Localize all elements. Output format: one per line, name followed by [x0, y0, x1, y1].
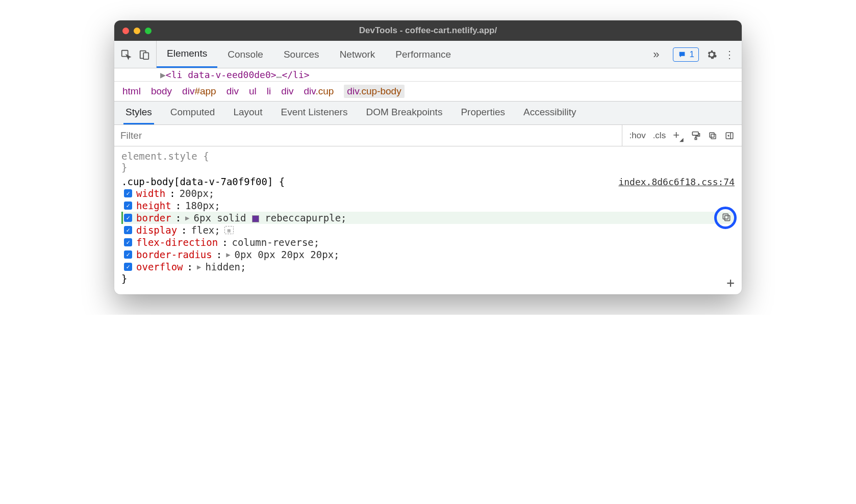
tab-performance[interactable]: Performance — [385, 41, 461, 68]
main-tabs: Elements Console Sources Network Perform… — [157, 41, 461, 68]
brace-close: } — [121, 273, 735, 284]
value[interactable]: 200px; — [180, 188, 215, 199]
expand-icon[interactable]: ▶ — [185, 214, 189, 222]
property[interactable]: border — [136, 212, 171, 223]
inspect-icon[interactable] — [120, 49, 132, 60]
chat-icon — [677, 51, 687, 59]
css-declaration[interactable]: ✓border:▶6px solid rebeccapurple; — [121, 212, 735, 224]
enable-checkbox[interactable]: ✓ — [124, 214, 132, 222]
selector[interactable]: .cup-body[data-v-7a0f9f00] { — [121, 176, 285, 187]
value[interactable]: column-reverse; — [232, 237, 320, 248]
breadcrumb: htmlbodydiv#appdivullidivdiv.cupdiv.cup-… — [114, 82, 742, 102]
styles-pane: element.style { } .cup-body[data-v-7a0f9… — [114, 146, 742, 294]
hov-toggle[interactable]: :hov — [630, 131, 646, 141]
selector: element.style { — [121, 150, 735, 162]
subtab-layout[interactable]: Layout — [231, 102, 264, 124]
add-declaration-icon[interactable]: + — [726, 275, 735, 290]
breadcrumb-item[interactable]: div — [226, 86, 239, 97]
breadcrumb-item[interactable]: div.cup — [304, 86, 334, 97]
property[interactable]: flex-direction — [136, 237, 218, 248]
value[interactable]: 6px solid rebeccapurple; — [194, 212, 347, 223]
value[interactable]: flex; — [191, 224, 220, 236]
enable-checkbox[interactable]: ✓ — [124, 201, 132, 210]
svg-rect-7 — [726, 133, 733, 139]
svg-rect-3 — [692, 132, 698, 135]
maximize-icon[interactable] — [145, 28, 152, 34]
css-declaration[interactable]: ✓height:180px; — [121, 199, 735, 212]
css-declaration[interactable]: ✓width:200px; — [121, 187, 735, 199]
breadcrumb-item[interactable]: html — [122, 86, 141, 97]
css-declaration[interactable]: ✓display:flex;▦ — [121, 224, 735, 236]
tab-sources[interactable]: Sources — [273, 41, 330, 68]
filter-input[interactable] — [114, 125, 622, 146]
breadcrumb-item[interactable]: body — [151, 86, 172, 97]
property[interactable]: height — [136, 200, 171, 211]
toolbar-right: » 1 ⋮ — [647, 47, 742, 62]
subtab-event-listeners[interactable]: Event Listeners — [279, 102, 349, 124]
dom-tree-row[interactable]: ▶<li data-v-eed00de0>…</li> — [114, 68, 742, 82]
more-tabs-icon[interactable]: » — [647, 48, 665, 61]
copy-icon[interactable] — [708, 131, 717, 140]
device-toggle-icon[interactable] — [139, 49, 150, 60]
main-toolbar: Elements Console Sources Network Perform… — [114, 41, 742, 68]
expand-icon[interactable]: ▶ — [197, 263, 201, 271]
gear-icon[interactable] — [706, 49, 717, 60]
css-declaration[interactable]: ✓border-radius:▶0px 0px 20px 20px; — [121, 248, 735, 261]
styles-subtabs: StylesComputedLayoutEvent ListenersDOM B… — [114, 102, 742, 125]
filter-row: :hov .cls +◢ — [114, 125, 742, 146]
subtab-computed[interactable]: Computed — [168, 102, 217, 124]
css-declaration[interactable]: ✓flex-direction:column-reverse; — [121, 236, 735, 248]
brace-close: } — [121, 162, 735, 173]
badge-count: 1 — [690, 49, 694, 60]
breadcrumb-item[interactable]: ul — [249, 86, 257, 97]
tab-elements[interactable]: Elements — [157, 41, 217, 68]
devtools-window: DevTools - coffee-cart.netlify.app/ Elem… — [114, 20, 742, 294]
property[interactable]: border-radius — [136, 249, 212, 260]
value[interactable]: 0px 0px 20px 20px; — [235, 249, 340, 260]
subtab-dom-breakpoints[interactable]: DOM Breakpoints — [364, 102, 444, 124]
color-swatch[interactable] — [252, 215, 259, 222]
paint-icon[interactable] — [691, 131, 701, 141]
sidebar-toggle-icon[interactable] — [724, 131, 735, 140]
kebab-icon[interactable]: ⋮ — [724, 48, 735, 61]
breadcrumb-item[interactable]: div#app — [182, 86, 216, 97]
subtab-styles[interactable]: Styles — [123, 102, 154, 124]
issues-badge[interactable]: 1 — [673, 47, 699, 62]
element-style-rule[interactable]: element.style { } — [121, 150, 735, 173]
property[interactable]: display — [136, 224, 177, 236]
css-declaration[interactable]: ✓overflow:▶hidden; — [121, 261, 735, 273]
add-rule-icon[interactable]: +◢ — [673, 129, 684, 142]
enable-checkbox[interactable]: ✓ — [124, 238, 132, 246]
breadcrumb-item[interactable]: div.cup-body — [344, 85, 404, 98]
subtab-properties[interactable]: Properties — [459, 102, 507, 124]
expand-icon[interactable]: ▶ — [226, 250, 230, 259]
svg-rect-4 — [695, 138, 696, 139]
value[interactable]: hidden; — [205, 261, 246, 272]
enable-checkbox[interactable]: ✓ — [124, 250, 132, 259]
close-icon[interactable] — [122, 28, 129, 34]
titlebar: DevTools - coffee-cart.netlify.app/ — [114, 20, 742, 41]
window-title: DevTools - coffee-cart.netlify.app/ — [359, 26, 497, 36]
svg-rect-10 — [723, 214, 728, 219]
flex-editor-icon[interactable]: ▦ — [224, 226, 234, 234]
minimize-icon[interactable] — [134, 28, 140, 34]
svg-rect-9 — [725, 216, 730, 221]
svg-rect-6 — [710, 133, 714, 137]
toolbar-left — [114, 41, 157, 68]
breadcrumb-item[interactable]: li — [267, 86, 271, 97]
css-rule: .cup-body[data-v-7a0f9f00] { index.8d6c6… — [121, 176, 735, 284]
subtab-accessibility[interactable]: Accessibility — [521, 102, 578, 124]
enable-checkbox[interactable]: ✓ — [124, 263, 132, 271]
cls-toggle[interactable]: .cls — [653, 131, 666, 141]
tab-network[interactable]: Network — [330, 41, 386, 68]
property[interactable]: width — [136, 188, 165, 199]
enable-checkbox[interactable]: ✓ — [124, 189, 132, 197]
filter-actions: :hov .cls +◢ — [622, 125, 742, 146]
property[interactable]: overflow — [136, 261, 183, 272]
enable-checkbox[interactable]: ✓ — [124, 226, 132, 234]
copy-icon[interactable] — [721, 212, 733, 223]
breadcrumb-item[interactable]: div — [281, 86, 293, 97]
tab-console[interactable]: Console — [217, 41, 273, 68]
source-link[interactable]: index.8d6c6f18.css:74 — [618, 177, 735, 187]
value[interactable]: 180px; — [185, 200, 220, 211]
